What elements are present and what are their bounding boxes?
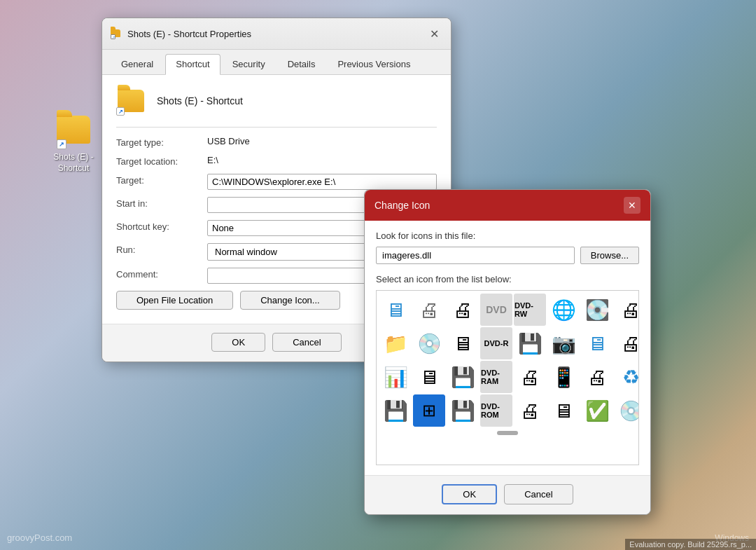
title-arrow-overlay: ↗ (111, 34, 115, 39)
icon-cell-drive2[interactable]: 💽 (581, 294, 613, 326)
icon-cell-chart[interactable]: 📊 (379, 361, 412, 393)
icon-row-2: 📁 💿 🖥 DVD-R 💾 📷 🖥 🖨 ♻ (379, 327, 636, 359)
icon-cell-scanner[interactable]: 🖨 (447, 294, 479, 326)
icon-cell-monitor[interactable]: 🖥 (379, 294, 412, 326)
icon-cell-disc3[interactable]: 💿 (615, 394, 639, 427)
change-icon-title: Change Icon (374, 200, 430, 211)
properties-title: ↗ Shots (E) - Shortcut Properties (111, 28, 251, 39)
target-location-value: E:\ (207, 155, 437, 165)
icon-cell-windows[interactable]: ⊞ (413, 394, 445, 427)
icon-cell-dvdrom[interactable]: DVD-ROM (480, 394, 512, 427)
tab-shortcut[interactable]: Shortcut (165, 54, 220, 75)
icon-cell-camera[interactable]: 📷 (547, 327, 580, 359)
icon-cell-folder[interactable]: 📁 (379, 327, 412, 359)
icon-cell-disc2[interactable]: 💿 (413, 327, 445, 359)
icon-cell-globe[interactable]: 🌐 (547, 294, 580, 326)
select-icon-label: Select an icon from the list below: (376, 274, 639, 284)
desktop-icon-label: Shots (E) - Shortcut (53, 152, 93, 174)
prop-file-name: Shots (E) - Shortcut (157, 95, 243, 106)
tab-previous-versions[interactable]: Previous Versions (327, 54, 421, 74)
properties-tabs: General Shortcut Security Details Previo… (102, 50, 451, 75)
icon-cell-printer-check[interactable]: 🖨 (615, 327, 639, 359)
icon-row-1: 🖥 🖨 🖨 DVD DVD-RW 🌐 💽 🖨 (379, 294, 636, 326)
shortcut-key-label: Shortcut key: (116, 220, 207, 232)
desktop-shortcut-icon[interactable]: ↗ Shots (E) - Shortcut (46, 116, 102, 174)
icon-cell-dvdr[interactable]: DVD-R (480, 327, 512, 359)
target-label: Target: (116, 174, 207, 186)
icon-cell-printer3[interactable]: 🖨 (514, 394, 546, 427)
icon-row-3: 📊 🖥 💾 DVD-RAM 🖨 📱 🖨 ♻ (379, 361, 636, 393)
browse-button[interactable]: Browse... (580, 247, 639, 264)
icon-cell-drive6[interactable]: 💾 (447, 394, 479, 427)
target-type-label: Target type: (116, 136, 207, 148)
icon-cell-drive1[interactable]: 🖨 (413, 294, 445, 326)
icon-cell-monitor2[interactable]: 🖥 (581, 327, 613, 359)
icon-name-row: ↗ Shots (E) - Shortcut (116, 86, 437, 116)
eval-text: Evaluation copy. Build 25295.rs_p... (625, 539, 756, 550)
icon-cell-floppy[interactable]: 💾 (379, 394, 412, 427)
icon-cell-dvdram[interactable]: DVD-RAM (480, 361, 512, 393)
open-file-location-button[interactable]: Open File Location (116, 291, 233, 310)
ci-file-row: Browse... (376, 247, 639, 264)
properties-titlebar: ↗ Shots (E) - Shortcut Properties ✕ (102, 18, 451, 50)
change-icon-titlebar: Change Icon ✕ (365, 190, 650, 221)
change-icon-dialog: Change Icon ✕ Look for icons in this fil… (364, 189, 651, 515)
prop-divider-top (116, 127, 437, 128)
icon-cell-phone[interactable]: 📱 (547, 361, 580, 393)
watermark-left: groovyPost.com (7, 532, 72, 543)
properties-close-button[interactable]: ✕ (426, 25, 442, 42)
tab-security[interactable]: Security (222, 54, 276, 74)
tab-details[interactable]: Details (277, 54, 326, 74)
change-icon-cancel-button[interactable]: Cancel (504, 484, 573, 504)
change-icon-content: Look for icons in this file: Browse... S… (365, 221, 650, 475)
prop-row-target-location: Target location: E:\ (116, 155, 437, 167)
prop-row-target: Target: (116, 174, 437, 190)
shortcut-arrow-badge: ↗ (57, 139, 66, 149)
icon-cell-drive4[interactable]: 💾 (447, 361, 479, 393)
icon-cell-dvd1[interactable]: DVD (480, 294, 512, 326)
prop-folder-icon: ↗ (116, 86, 146, 116)
icon-cell-printer2[interactable]: 🖨 (581, 361, 613, 393)
ci-file-input[interactable] (376, 247, 575, 264)
prop-row-target-type: Target type: USB Drive (116, 136, 437, 148)
folder-shortcut-image: ↗ (57, 116, 90, 149)
change-icon-button[interactable]: Change Icon... (240, 291, 340, 310)
target-location-label: Target location: (116, 155, 207, 167)
icon-cell-printer-check2[interactable]: ✅ (581, 394, 613, 427)
icon-cell-hdd1[interactable]: 🖥 (447, 327, 479, 359)
change-icon-dialog-buttons: OK Cancel (365, 475, 650, 514)
change-icon-ok-button[interactable]: OK (442, 484, 497, 504)
comment-label: Comment: (116, 268, 207, 280)
icon-cell-hdd2[interactable]: 🖥 (413, 361, 445, 393)
icon-row-4: 💾 ⊞ 💾 DVD-ROM 🖨 🖥 ✅ 💿 DVD (379, 394, 636, 427)
target-type-value: USB Drive (207, 136, 437, 146)
icon-cell-recycle2[interactable]: ♻ (615, 361, 639, 393)
look-for-label: Look for icons in this file: (376, 231, 639, 241)
icon-cell-drive5[interactable]: 🖨 (514, 361, 546, 393)
start-in-label: Start in: (116, 197, 207, 209)
icon-cell-dvdrw[interactable]: DVD-RW (514, 294, 546, 326)
icon-cell-monitor3[interactable]: 🖥 (547, 394, 580, 427)
title-folder-icon: ↗ (111, 28, 122, 39)
properties-ok-button[interactable]: OK (211, 333, 265, 352)
desktop: ↗ Shots (E) - Shortcut groovyPost.com Wi… (0, 0, 756, 550)
run-label: Run: (116, 243, 207, 255)
tab-general[interactable]: General (111, 54, 164, 74)
scroll-thumb (497, 431, 518, 435)
target-input[interactable] (207, 174, 437, 190)
icon-cell-drive3[interactable]: 💾 (514, 327, 546, 359)
scrollbar-indicator (379, 428, 636, 436)
prop-shortcut-badge: ↗ (116, 107, 125, 116)
change-icon-close-button[interactable]: ✕ (624, 197, 640, 214)
icon-cell-printer1[interactable]: 🖨 (615, 294, 639, 326)
properties-title-text: Shots (E) - Shortcut Properties (127, 29, 251, 39)
properties-cancel-button[interactable]: Cancel (272, 333, 341, 352)
icon-grid: 🖥 🖨 🖨 DVD DVD-RW 🌐 💽 🖨 📁 💿 🖥 DVD-R 💾 (376, 290, 639, 465)
